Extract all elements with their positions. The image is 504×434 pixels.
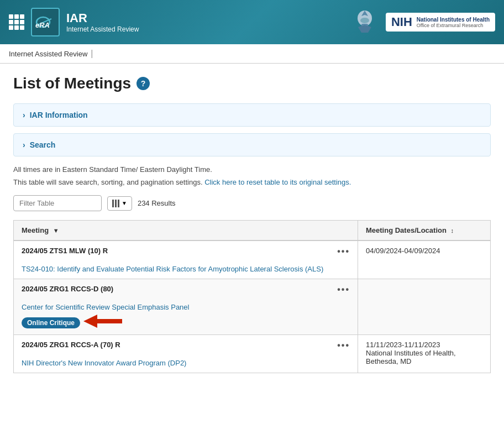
red-arrow-svg [83, 313, 122, 329]
table-row: 2024/05 ZRG1 RCCS-D (80)•••Center for Sc… [14, 279, 491, 335]
meeting-name: 2024/05 ZTS1 MLW (10) R [22, 247, 108, 255]
meeting-link[interactable]: Center for Scientific Review Special Emp… [22, 303, 189, 311]
search-chevron-icon: › [23, 140, 25, 149]
page-title-row: List of Meetings ? [13, 75, 491, 92]
meetings-table: Meeting ▼ Meeting Dates/Location ↕ 2024/… [13, 220, 491, 373]
table-save-notice: This table will save search, sorting, an… [13, 178, 491, 186]
meeting-title-row: 2024/05 ZRG1 RCCS-A (70) R••• [22, 341, 350, 351]
breadcrumb-item[interactable]: Internet Assisted Review [9, 50, 87, 58]
meeting-title-row: 2024/05 ZRG1 RCCS-D (80)••• [22, 285, 350, 295]
filter-table-input[interactable] [13, 195, 102, 211]
iar-info-header[interactable]: › IAR Information [14, 104, 490, 126]
iar-info-label: IAR Information [30, 111, 88, 119]
timezone-notice: All times are in Eastern Standard Time/ … [13, 165, 491, 174]
column-selector-button[interactable]: ▼ [107, 196, 132, 211]
table-row: 2024/05 ZRG1 RCCS-A (70) R•••NIH Directo… [14, 335, 491, 373]
breadcrumb-separator: | [91, 49, 93, 59]
nih-subtitle: National Institutes of Health Office of … [417, 17, 490, 28]
row-options-menu[interactable]: ••• [337, 247, 350, 257]
svg-marker-8 [358, 25, 371, 33]
row-options-menu[interactable]: ••• [337, 285, 350, 295]
iar-full-name: Internet Assisted Review [66, 25, 139, 33]
table-save-text: This table will save search, sorting, an… [13, 178, 203, 186]
breadcrumb: Internet Assisted Review | [0, 44, 504, 64]
sort-meeting-icon[interactable]: ▼ [53, 227, 59, 234]
nih-abbr: NIH [391, 15, 412, 29]
col-dates-label: Meeting Dates/Location [366, 226, 447, 234]
date-cell-1 [358, 279, 491, 335]
app-header: eRA IAR Internet Assisted Review NIH Nat… [0, 0, 504, 44]
col-meeting-label: Meeting [22, 226, 49, 234]
col-header-dates[interactable]: Meeting Dates/Location ↕ [358, 221, 491, 241]
date-cell-0: 04/09/2024-04/09/2024 [358, 240, 491, 279]
column-dropdown-arrow: ▼ [122, 200, 127, 206]
meeting-link[interactable]: TS24-010: Identify and Evaluate Potentia… [22, 265, 323, 273]
hhs-logo-icon [353, 8, 377, 36]
online-critique-badge[interactable]: Online Critique [22, 317, 80, 328]
table-header-row: Meeting ▼ Meeting Dates/Location ↕ [14, 221, 491, 241]
svg-text:eRA: eRA [35, 21, 50, 29]
nih-logo-badge: NIH National Institutes of Health Office… [386, 13, 495, 32]
search-panel: › Search [13, 133, 491, 156]
grid-menu-icon[interactable] [9, 14, 24, 30]
header-left: eRA IAR Internet Assisted Review [9, 8, 139, 36]
meeting-date: 11/11/2023-11/11/2023 [366, 341, 482, 349]
meeting-cell-2: 2024/05 ZRG1 RCCS-A (70) R•••NIH Directo… [14, 335, 358, 373]
main-content: List of Meetings ? › IAR Information › S… [0, 64, 504, 384]
search-label: Search [30, 140, 56, 149]
meeting-date: 04/09/2024-04/09/2024 [366, 247, 482, 255]
svg-marker-9 [83, 315, 122, 328]
page-title: List of Meetings [13, 75, 131, 92]
filter-bar: ▼ 234 Results [13, 195, 491, 211]
iar-info-panel: › IAR Information [13, 103, 491, 127]
header-right: NIH National Institutes of Health Office… [353, 8, 495, 36]
meeting-location: National Institutes of Health, Bethesda,… [366, 349, 482, 365]
era-logo: eRA [31, 8, 60, 36]
reset-table-link[interactable]: Click here to reset table to its origina… [204, 178, 351, 186]
results-count: 234 Results [138, 199, 176, 207]
search-panel-header[interactable]: › Search [14, 134, 490, 156]
iar-abbr: IAR [66, 11, 139, 25]
col-header-meeting[interactable]: Meeting ▼ [14, 221, 358, 241]
date-cell-2: 11/11/2023-11/11/2023National Institutes… [358, 335, 491, 373]
sort-dates-icon[interactable]: ↕ [451, 227, 454, 234]
badge-arrow-container: Online Critique [22, 313, 350, 329]
meeting-cell-1: 2024/05 ZRG1 RCCS-D (80)•••Center for Sc… [14, 279, 358, 335]
iar-info-chevron-icon: › [23, 111, 25, 119]
row-options-menu[interactable]: ••• [337, 341, 350, 351]
meeting-name: 2024/05 ZRG1 RCCS-D (80) [22, 285, 113, 293]
table-row: 2024/05 ZTS1 MLW (10) R•••TS24-010: Iden… [14, 240, 491, 279]
column-icon [112, 200, 119, 207]
meeting-name: 2024/05 ZRG1 RCCS-A (70) R [22, 341, 120, 349]
meeting-cell-0: 2024/05 ZTS1 MLW (10) R•••TS24-010: Iden… [14, 240, 358, 279]
help-icon[interactable]: ? [136, 77, 150, 90]
iar-title-block: IAR Internet Assisted Review [66, 11, 139, 33]
svg-point-6 [360, 18, 369, 23]
meeting-link[interactable]: NIH Director's New Innovator Award Progr… [22, 359, 186, 367]
meeting-title-row: 2024/05 ZTS1 MLW (10) R••• [22, 247, 350, 257]
